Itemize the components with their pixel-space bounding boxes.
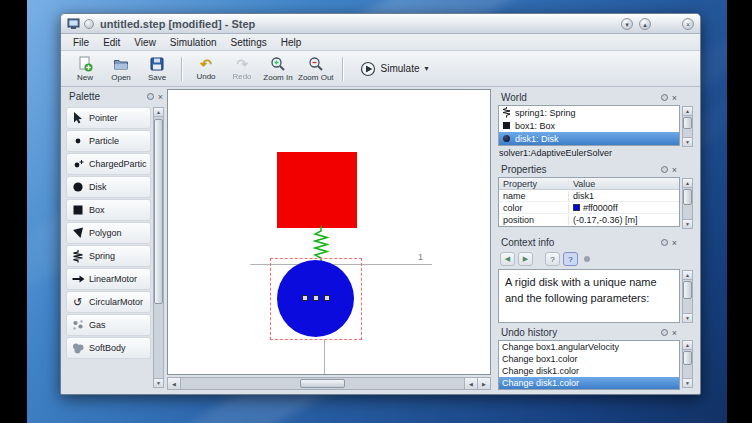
- screen-edge-left: [0, 0, 27, 423]
- panel-close-icon[interactable]: ×: [158, 93, 163, 101]
- context-scrollbar[interactable]: ▲ ▼: [682, 270, 693, 323]
- menu-simulation[interactable]: Simulation: [163, 36, 224, 49]
- world-canvas[interactable]: 1: [167, 89, 491, 375]
- properties-column-header[interactable]: Property Value: [499, 178, 679, 190]
- palette-panel: Palette × Pointer Particle ChargedParti: [65, 90, 167, 388]
- scroll-up-icon[interactable]: ▲: [683, 107, 692, 116]
- undo-item-selected[interactable]: Change disk1.color: [499, 377, 679, 389]
- zoom-in-icon: [270, 56, 286, 72]
- spring-icon: [502, 107, 511, 118]
- box1-shape[interactable]: [277, 152, 357, 228]
- menu-file[interactable]: File: [66, 36, 96, 49]
- selection-handle[interactable]: [313, 295, 319, 301]
- simulate-dropdown-icon[interactable]: ▾: [424, 64, 428, 73]
- menu-settings[interactable]: Settings: [224, 36, 274, 49]
- scroll-down-icon[interactable]: ▼: [683, 137, 692, 146]
- scroll-thumb[interactable]: [683, 117, 692, 129]
- selection-handle[interactable]: [324, 295, 330, 301]
- close-button[interactable]: ×: [682, 18, 694, 30]
- context-options-icon[interactable]: [584, 256, 590, 262]
- forward-button[interactable]: ▶: [518, 252, 533, 266]
- palette-item-pointer[interactable]: Pointer: [66, 107, 151, 129]
- palette-item-disk[interactable]: Disk: [66, 176, 151, 198]
- scroll-thumb[interactable]: [683, 351, 692, 365]
- palette-item-particle[interactable]: Particle: [66, 130, 151, 152]
- scroll-up-icon[interactable]: ▲: [154, 108, 163, 117]
- panel-close-icon[interactable]: ×: [672, 94, 677, 102]
- panel-close-icon[interactable]: ×: [672, 329, 677, 337]
- scroll-up-icon[interactable]: ▲: [683, 341, 692, 350]
- undo-item[interactable]: Change disk1.color: [499, 365, 679, 377]
- undo-button[interactable]: ↶ Undo: [190, 53, 222, 85]
- minimize-button[interactable]: ▾: [621, 18, 633, 30]
- canvas-hscroll-thumb[interactable]: [300, 379, 345, 388]
- simulate-button[interactable]: Simulate ▾: [351, 56, 438, 82]
- back-button[interactable]: ◀: [500, 252, 515, 266]
- palette-item-linear-motor[interactable]: LinearMotor: [66, 268, 151, 290]
- panel-float-icon[interactable]: [661, 166, 668, 173]
- undo-item[interactable]: Change box1.angularVelocity: [499, 341, 679, 353]
- panel-float-icon[interactable]: [147, 93, 154, 100]
- property-row-name[interactable]: name disk1: [499, 190, 679, 202]
- context-info-header: Context info ×: [497, 236, 681, 249]
- scroll-up-icon[interactable]: ▲: [683, 179, 692, 188]
- panel-close-icon[interactable]: ×: [672, 239, 677, 247]
- menu-view[interactable]: View: [127, 36, 163, 49]
- scroll-thumb[interactable]: [683, 281, 692, 299]
- context-info-text: A rigid disk with a unique name and the …: [498, 269, 680, 323]
- palette-item-spring[interactable]: Spring: [66, 245, 151, 267]
- scroll-right-icon[interactable]: ▶: [477, 378, 490, 389]
- palette-item-box[interactable]: Box: [66, 199, 151, 221]
- palette-item-gas[interactable]: Gas: [66, 314, 151, 336]
- panel-float-icon[interactable]: [661, 239, 668, 246]
- titlebar[interactable]: untitled.step [modified] - Step ▾ ▴ ×: [61, 14, 700, 34]
- undo-scrollbar[interactable]: ▲ ▼: [682, 340, 693, 388]
- world-item-box1[interactable]: box1: Box: [499, 119, 679, 132]
- menu-help[interactable]: Help: [274, 36, 309, 49]
- zoom-out-label: Zoom Out: [298, 73, 334, 82]
- scroll-down-icon[interactable]: ▼: [683, 378, 692, 387]
- scroll-down-icon[interactable]: ▼: [683, 313, 692, 322]
- property-row-position[interactable]: position (-0.17,-0.36) [m]: [499, 214, 679, 226]
- world-item-disk1[interactable]: disk1: Disk: [499, 132, 679, 145]
- zoom-out-button[interactable]: Zoom Out: [298, 53, 334, 85]
- scroll-thumb[interactable]: [683, 189, 692, 205]
- maximize-button[interactable]: ▴: [639, 18, 651, 30]
- scroll-down-icon[interactable]: ▼: [154, 378, 163, 387]
- world-item-solver1[interactable]: solver1:AdaptiveEulerSolver: [499, 146, 680, 159]
- redo-label: Redo: [232, 72, 251, 81]
- scroll-up-icon[interactable]: ▲: [683, 271, 692, 280]
- panel-float-icon[interactable]: [661, 329, 668, 336]
- panel-float-icon[interactable]: [661, 94, 668, 101]
- whats-this-button[interactable]: ?: [563, 252, 578, 266]
- palette-item-polygon[interactable]: Polygon: [66, 222, 151, 244]
- scroll-down-icon[interactable]: ▼: [683, 219, 692, 228]
- selection-handle[interactable]: [302, 295, 308, 301]
- palette-item-charged-particle[interactable]: ChargedPartic: [66, 153, 151, 175]
- undo-item[interactable]: Change box1.color: [499, 353, 679, 365]
- palette-item-soft-body[interactable]: SoftBody: [66, 337, 151, 359]
- world-item-spring1[interactable]: spring1: Spring: [499, 106, 679, 119]
- properties-scrollbar[interactable]: ▲ ▼: [682, 178, 693, 229]
- scroll-left-icon[interactable]: ◀: [168, 378, 181, 389]
- palette-scrollbar[interactable]: ▲ ▼: [153, 107, 164, 388]
- open-label: Open: [111, 73, 131, 82]
- property-row-color[interactable]: color #ff0000ff: [499, 202, 679, 214]
- open-button[interactable]: Open: [105, 53, 137, 85]
- help-button[interactable]: ?: [545, 252, 560, 266]
- save-button[interactable]: Save: [141, 53, 173, 85]
- menu-edit[interactable]: Edit: [96, 36, 127, 49]
- canvas-hscrollbar[interactable]: ◀ ◀ ▶: [167, 377, 491, 390]
- window-menu-icon[interactable]: [84, 19, 94, 29]
- new-button[interactable]: New: [69, 53, 101, 85]
- world-scrollbar[interactable]: ▲ ▼: [682, 106, 693, 147]
- zoom-in-button[interactable]: Zoom In: [262, 53, 294, 85]
- panel-close-icon[interactable]: ×: [672, 166, 677, 174]
- context-toolbar: ◀ ▶ ? ?: [500, 252, 590, 266]
- context-info-title: Context info: [501, 237, 554, 248]
- redo-button[interactable]: ↷ Redo: [226, 53, 258, 85]
- palette-scroll-track[interactable]: [154, 117, 163, 378]
- palette-scroll-thumb[interactable]: [154, 119, 163, 304]
- scroll-left-icon[interactable]: ◀: [464, 378, 477, 389]
- palette-item-circular-motor[interactable]: ↺ CircularMotor: [66, 291, 151, 313]
